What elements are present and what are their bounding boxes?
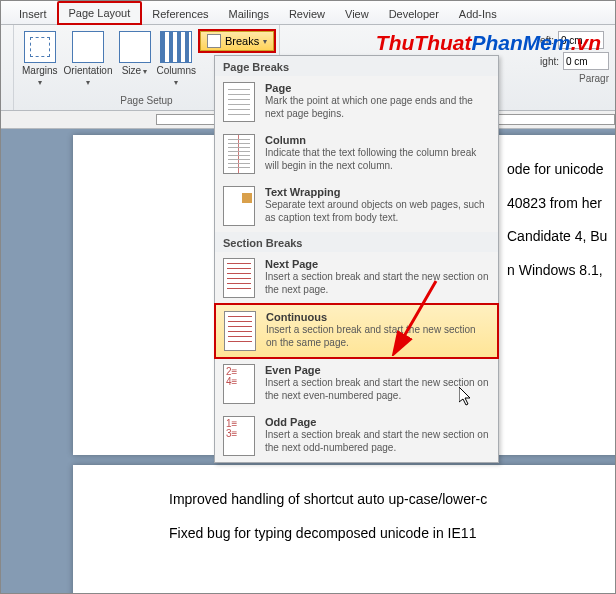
breaks-button[interactable]: Breaks ▾ <box>200 31 274 51</box>
chevron-down-icon: ▾ <box>38 78 42 87</box>
margins-button[interactable]: Margins ▾ <box>20 29 60 89</box>
doc-text: ode for unicode <box>507 153 615 187</box>
break-option-even-page[interactable]: 2≡4≡ Even Page Insert a section break an… <box>215 358 498 410</box>
tab-insert[interactable]: Insert <box>9 4 57 24</box>
chevron-down-icon: ▾ <box>174 78 178 87</box>
break-option-column[interactable]: Column Indicate that the text following … <box>215 128 498 180</box>
option-title: Even Page <box>265 364 490 376</box>
doc-text: Improved handling of shortcut auto up-ca… <box>169 483 615 517</box>
tab-references[interactable]: References <box>142 4 218 24</box>
columns-icon <box>160 31 192 63</box>
chevron-down-icon: ▾ <box>141 67 147 76</box>
break-option-page[interactable]: Page Mark the point at which one page en… <box>215 76 498 128</box>
break-option-continuous[interactable]: Continuous Insert a section break and st… <box>214 303 499 359</box>
option-title: Continuous <box>266 311 489 323</box>
option-desc: Insert a section break and start the new… <box>265 377 490 402</box>
ribbon-tabs: Insert Page Layout References Mailings R… <box>1 1 615 25</box>
break-option-next-page[interactable]: Next Page Insert a section break and sta… <box>215 252 498 304</box>
break-option-text-wrapping[interactable]: Text Wrapping Separate text around objec… <box>215 180 498 232</box>
option-desc: Insert a section break and start the new… <box>266 324 489 349</box>
tab-page-layout[interactable]: Page Layout <box>57 1 143 25</box>
tab-mailings[interactable]: Mailings <box>219 4 279 24</box>
dropdown-section-header: Page Breaks <box>215 56 498 76</box>
breaks-icon <box>207 34 221 48</box>
text-wrapping-icon <box>223 186 255 226</box>
watermark: ThuThuatPhanMem.vn <box>376 31 601 56</box>
option-desc: Indicate that the text following the col… <box>265 147 490 172</box>
orientation-icon <box>72 31 104 63</box>
column-break-icon <box>223 134 255 174</box>
group-label-paragraph: Paragr <box>540 73 609 86</box>
doc-text: 40823 from her <box>507 187 615 221</box>
doc-text: n Windows 8.1, <box>507 254 615 288</box>
tab-addins[interactable]: Add-Ins <box>449 4 507 24</box>
chevron-down-icon: ▾ <box>263 37 267 46</box>
option-title: Odd Page <box>265 416 490 428</box>
option-title: Text Wrapping <box>265 186 490 198</box>
page-break-icon <box>223 82 255 122</box>
doc-text: Candidate 4, Bu <box>507 220 615 254</box>
dropdown-section-header: Section Breaks <box>215 232 498 252</box>
document-page[interactable]: Improved handling of shortcut auto up-ca… <box>73 465 615 593</box>
indent-right-label: ight: <box>540 56 559 67</box>
columns-button[interactable]: Columns ▾ <box>155 29 198 89</box>
option-desc: Insert a section break and start the new… <box>265 429 490 454</box>
option-title: Next Page <box>265 258 490 270</box>
option-desc: Mark the point at which one page ends an… <box>265 95 490 120</box>
margins-icon <box>24 31 56 63</box>
size-icon <box>119 31 151 63</box>
even-page-icon: 2≡4≡ <box>223 364 255 404</box>
tab-view[interactable]: View <box>335 4 379 24</box>
breaks-dropdown: Page Breaks Page Mark the point at which… <box>214 55 499 463</box>
break-option-odd-page[interactable]: 1≡3≡ Odd Page Insert a section break and… <box>215 410 498 462</box>
tab-developer[interactable]: Developer <box>379 4 449 24</box>
continuous-icon <box>224 311 256 351</box>
group-themes <box>1 25 14 110</box>
next-page-icon <box>223 258 255 298</box>
orientation-button[interactable]: Orientation ▾ <box>62 29 115 89</box>
chevron-down-icon: ▾ <box>86 78 90 87</box>
option-desc: Insert a section break and start the new… <box>265 271 490 296</box>
tab-review[interactable]: Review <box>279 4 335 24</box>
option-title: Page <box>265 82 490 94</box>
size-button[interactable]: Size ▾ <box>117 29 153 78</box>
odd-page-icon: 1≡3≡ <box>223 416 255 456</box>
option-title: Column <box>265 134 490 146</box>
doc-text: Fixed bug for typing decomposed unicode … <box>169 517 615 551</box>
option-desc: Separate text around objects on web page… <box>265 199 490 224</box>
